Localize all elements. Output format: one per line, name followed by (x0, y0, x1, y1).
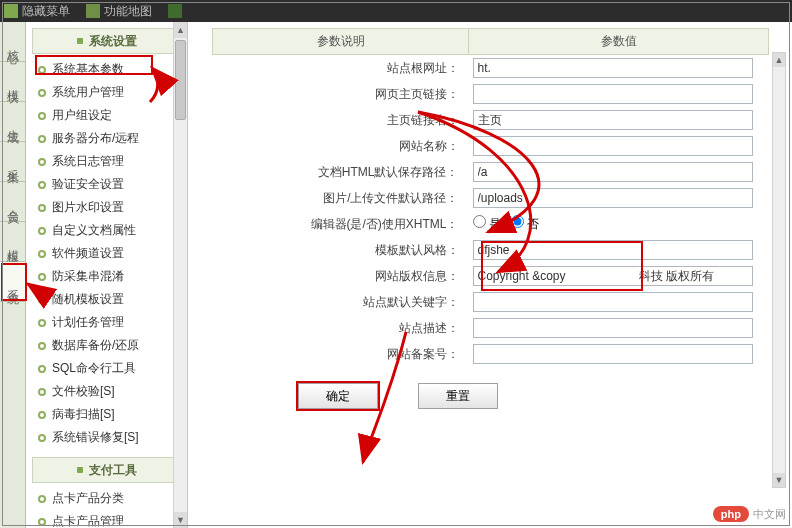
sidebar-item-label: 软件频道设置 (52, 245, 124, 262)
sidebar-item-label: 系统基本参数 (52, 61, 124, 78)
sidebar: 系统设置 系统基本参数系统用户管理用户组设定服务器分布/远程系统日志管理验证安全… (26, 22, 188, 528)
table-row: 网站版权信息： (213, 263, 769, 289)
sidebar-item-label: 防采集串混淆 (52, 268, 124, 285)
sidebar-item-label: 验证安全设置 (52, 176, 124, 193)
bullet-icon (38, 411, 46, 419)
param-label: 模板默认风格： (213, 237, 469, 263)
sidebar-item[interactable]: 数据库备份/还原 (32, 334, 181, 357)
sidebar-item-label: 数据库备份/还原 (52, 337, 139, 354)
sidebar-scrollbar[interactable]: ▲ ▼ (173, 22, 187, 528)
sidebar-item[interactable]: 文件校验[S] (32, 380, 181, 403)
rail-module[interactable]: 模块 (0, 62, 25, 102)
param-label: 网页主页链接： (213, 81, 469, 107)
sidebar-item-label: 图片水印设置 (52, 199, 124, 216)
table-row: 站点描述： (213, 315, 769, 341)
sidebar-item[interactable]: 验证安全设置 (32, 173, 181, 196)
param-input[interactable] (473, 292, 753, 312)
param-value-cell (469, 81, 769, 107)
sidebar-item[interactable]: 计划任务管理 (32, 311, 181, 334)
table-row: 站点默认关键字： (213, 289, 769, 315)
table-row: 网站名称： (213, 133, 769, 159)
sidebar-item[interactable]: 点卡产品分类 (32, 487, 181, 510)
sidebar-header-pay[interactable]: 支付工具 (32, 457, 181, 483)
table-row: 主页链接名： (213, 107, 769, 133)
scroll-down-icon[interactable]: ▼ (174, 512, 187, 528)
param-input[interactable] (473, 110, 753, 130)
sidebar-item[interactable]: 系统基本参数 (32, 58, 181, 81)
param-input[interactable] (473, 84, 753, 104)
scroll-down-icon[interactable]: ▼ (773, 473, 785, 487)
bullet-icon (38, 319, 46, 327)
param-label: 网站版权信息： (213, 263, 469, 289)
rail-core[interactable]: 核心 (0, 22, 25, 62)
bullet-icon (38, 227, 46, 235)
bullet-icon (38, 495, 46, 503)
table-row: 网站备案号： (213, 341, 769, 367)
sidebar-item[interactable]: 软件频道设置 (32, 242, 181, 265)
sidebar-item-label: 病毒扫描[S] (52, 406, 115, 423)
bullet-icon (38, 434, 46, 442)
sidebar-item-label: SQL命令行工具 (52, 360, 136, 377)
reset-button[interactable]: 重置 (418, 383, 498, 409)
sidebar-item[interactable]: 病毒扫描[S] (32, 403, 181, 426)
xhtml-yes-radio[interactable] (473, 215, 486, 228)
sidebar-header-label: 系统设置 (89, 33, 137, 50)
param-input[interactable] (473, 188, 753, 208)
ok-button[interactable]: 确定 (298, 383, 378, 409)
param-input[interactable] (473, 240, 753, 260)
scroll-up-icon[interactable]: ▲ (773, 53, 785, 67)
col-desc: 参数说明 (213, 29, 469, 55)
bullet-icon (38, 273, 46, 281)
bullet-icon (38, 204, 46, 212)
sidebar-item[interactable]: 系统用户管理 (32, 81, 181, 104)
sidebar-header-system[interactable]: 系统设置 (32, 28, 181, 54)
param-label: 网站名称： (213, 133, 469, 159)
sidebar-item[interactable]: 自定义文档属性 (32, 219, 181, 242)
param-input[interactable] (473, 136, 753, 156)
toolbar-icon (168, 4, 182, 18)
scroll-thumb[interactable] (175, 40, 186, 120)
param-value-cell (469, 341, 769, 367)
hide-menu-button[interactable]: 隐藏菜单 (22, 3, 70, 20)
bullet-icon (38, 135, 46, 143)
sidebar-item-label: 随机模板设置 (52, 291, 124, 308)
param-value-cell (469, 185, 769, 211)
sidebar-item[interactable]: 服务器分布/远程 (32, 127, 181, 150)
rail-tpl[interactable]: 模板 (0, 222, 25, 262)
bullet-icon (38, 89, 46, 97)
sidebar-item-label: 用户组设定 (52, 107, 112, 124)
sidebar-item[interactable]: 系统错误修复[S] (32, 426, 181, 449)
param-input[interactable] (473, 58, 753, 78)
watermark-logo: php 中文网 (713, 506, 786, 522)
params-table: 参数说明 参数值 站点根网址：网页主页链接：主页链接名：网站名称：文档HTML默… (212, 28, 769, 367)
rail-member[interactable]: 会员 (0, 182, 25, 222)
sidebar-item[interactable]: 点卡产品管理 (32, 510, 181, 528)
func-map-button[interactable]: 功能地图 (104, 3, 152, 20)
param-input[interactable] (473, 162, 753, 182)
param-input[interactable] (473, 344, 753, 364)
sidebar-item[interactable]: 系统日志管理 (32, 150, 181, 173)
table-row: 图片/上传文件默认路径： (213, 185, 769, 211)
sidebar-item[interactable]: 图片水印设置 (32, 196, 181, 219)
content-scrollbar[interactable]: ▲ ▼ (772, 52, 786, 488)
param-label: 网站备案号： (213, 341, 469, 367)
param-value-cell (469, 315, 769, 341)
scroll-up-icon[interactable]: ▲ (174, 22, 187, 38)
rail-gather[interactable]: 采集 (0, 142, 25, 182)
sidebar-item-label: 点卡产品管理 (52, 513, 124, 528)
sidebar-item[interactable]: 防采集串混淆 (32, 265, 181, 288)
param-input[interactable] (473, 318, 753, 338)
param-label: 图片/上传文件默认路径： (213, 185, 469, 211)
param-input[interactable] (473, 266, 753, 286)
sidebar-item[interactable]: 用户组设定 (32, 104, 181, 127)
sidebar-item[interactable]: SQL命令行工具 (32, 357, 181, 380)
rail-build[interactable]: 生成 (0, 102, 25, 142)
param-label: 主页链接名： (213, 107, 469, 133)
xhtml-no-radio[interactable] (511, 215, 524, 228)
bullet-icon (38, 518, 46, 526)
rail-system[interactable]: 系统 (0, 262, 25, 302)
bullet-icon (38, 296, 46, 304)
bullet-icon (38, 365, 46, 373)
sidebar-item[interactable]: 随机模板设置 (32, 288, 181, 311)
param-label: 站点根网址： (213, 55, 469, 82)
